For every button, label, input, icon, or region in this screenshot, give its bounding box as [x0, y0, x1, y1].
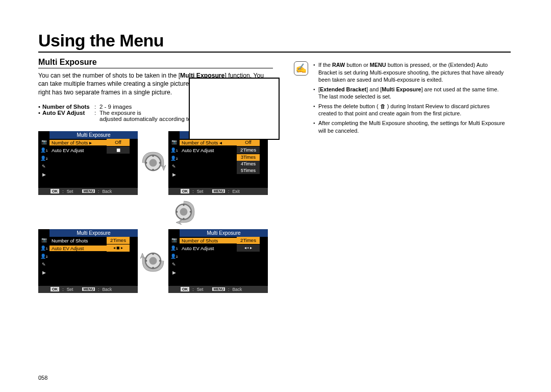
- spec2-label: Auto EV Adjust: [42, 110, 85, 116]
- preview-frame: [189, 78, 280, 140]
- play-icon: ▶: [39, 172, 48, 179]
- svg-point-5: [159, 162, 161, 164]
- lcd-footer: OK : Set MENU : Back: [38, 188, 138, 195]
- dropdown-options: 3Times 4Times 5Times: [180, 154, 268, 174]
- svg-point-1: [149, 159, 157, 167]
- svg-point-10: [176, 211, 178, 213]
- note-icon: ✍: [294, 61, 308, 76]
- svg-point-14: [152, 253, 154, 255]
- lcd-screen-1: 📷 👤₁ 👤₂ ✎ ▶ Multi Exposure Number of Sho…: [38, 131, 138, 195]
- svg-point-4: [145, 162, 147, 164]
- note-4: After completing the Multi Exposure shoo…: [313, 119, 507, 134]
- dial-right-icon: [140, 150, 166, 176]
- note-2: [Extended Bracket] and [Multi Exposure] …: [313, 86, 507, 101]
- menu-row-shots: Number of Shots ▸ Off: [49, 139, 138, 146]
- svg-point-11: [190, 211, 191, 213]
- option-4: 4Times: [237, 161, 260, 167]
- svg-point-7: [180, 208, 188, 216]
- svg-point-15: [152, 267, 154, 268]
- user2-icon: 👤₂: [39, 156, 48, 163]
- menu-badge: MENU: [82, 189, 95, 193]
- svg-point-13: [149, 257, 157, 265]
- dial-left-icon: [140, 248, 166, 274]
- edit-icon: ✎: [39, 164, 48, 171]
- svg-point-17: [159, 260, 161, 262]
- svg-point-16: [145, 260, 147, 262]
- arrow-down-dial: [168, 197, 199, 227]
- intro-pre: You can set the number of shots to be ta…: [38, 72, 180, 79]
- ok-badge: OK: [51, 189, 59, 193]
- svg-point-2: [152, 155, 154, 157]
- camera-icon: 📷: [39, 139, 48, 146]
- note-1: If the RAW button or MENU button is pres…: [313, 61, 507, 84]
- arrow-right-dial: [138, 148, 168, 178]
- option-5: 5Times: [237, 167, 260, 174]
- menu-row-shots-open: Number of Shots ◂ Off: [180, 139, 268, 146]
- svg-point-3: [152, 169, 154, 170]
- svg-point-9: [183, 218, 184, 219]
- option-3: 3Times: [237, 154, 260, 161]
- dial-down-icon: [171, 199, 196, 225]
- lcd-grid: 📷 👤₁ 👤₂ ✎ ▶ Multi Exposure Number of Sho…: [38, 127, 273, 297]
- page-title: Using the Menu: [38, 31, 511, 53]
- lcd-side-icons: 📷 👤₁ 👤₂ ✎ ▶: [38, 138, 49, 180]
- lcd-title: Multi Exposure: [49, 131, 138, 139]
- svg-point-8: [183, 204, 184, 206]
- note-list: If the RAW button or MENU button is pres…: [313, 61, 507, 136]
- menu-row-ev: Auto EV Adjust ◼: [49, 146, 138, 154]
- lcd-screen-2: 📷 👤₁ 👤₂ ✎ ▶ Multi Exposure Number of Sho…: [168, 131, 268, 195]
- user1-icon: 👤₁: [39, 148, 48, 155]
- arrow-left-dial: [138, 246, 168, 276]
- lcd-screen-3: 📷 👤₁ 👤₂ ✎ ▶ Multi Exposure Number of Sho…: [168, 229, 268, 293]
- page-number: 058: [38, 375, 47, 381]
- note-box: ✍ If the RAW button or MENU button is pr…: [293, 58, 508, 137]
- section-heading: Multi Exposure: [38, 58, 273, 68]
- note-3: Press the delete button ( 🗑 ) during Ins…: [313, 103, 507, 117]
- spec1-label: Number of Shots: [42, 104, 90, 110]
- lcd-screen-4: 📷 👤₁ 👤₂ ✎ ▶ Multi Exposure Number of Sho…: [38, 229, 138, 293]
